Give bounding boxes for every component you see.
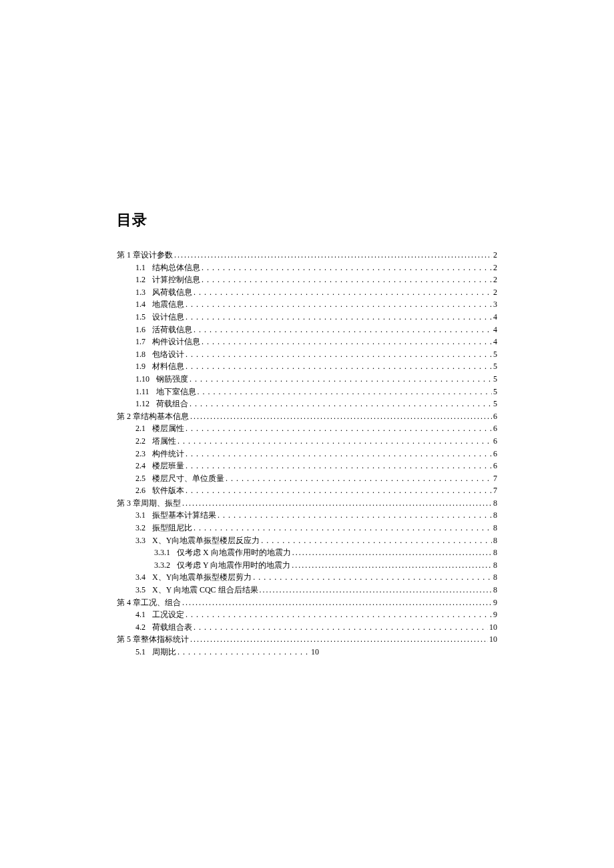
toc-label: 钢筋强度 — [156, 373, 188, 386]
toc-leader-dots — [192, 522, 492, 534]
toc-label: 楼层班量 — [152, 460, 184, 472]
toc-label: 构件设计信息 — [152, 336, 200, 348]
toc-leader-dots — [291, 546, 492, 559]
toc-number: 1.12 — [135, 398, 156, 410]
toc-entry: 第 1 章设计参数2 — [117, 249, 497, 262]
toc-page-number: 6 — [492, 460, 497, 472]
toc-number: 1.5 — [135, 311, 152, 324]
toc-entry: 3.1振型基本计算结果8 — [117, 509, 497, 522]
toc-entry: 3.5X、Y 向地震 CQC 组合后结果8 — [117, 584, 497, 596]
toc-page-number: 8 — [492, 584, 497, 596]
toc-label: 设计信息 — [152, 311, 184, 324]
toc-leader-dots — [184, 448, 492, 460]
toc-number: 1.9 — [135, 360, 152, 373]
toc-page-number: 10 — [310, 646, 319, 659]
toc-label: 振型阻尼比 — [152, 522, 192, 534]
toc-entry: 1.8包络设计5 — [117, 348, 497, 361]
toc-leader-dots — [196, 386, 492, 398]
toc-page-number: 8 — [492, 534, 497, 547]
toc-leader-dots — [189, 410, 492, 423]
toc-leader-dots — [216, 509, 492, 522]
toc-entry: 1.12荷载组合5 — [117, 398, 497, 410]
toc-page-number: 3 — [492, 298, 497, 311]
toc-label: 仅考虑 Y 向地震作用时的地震力 — [177, 559, 290, 572]
toc-label: 风荷载信息 — [152, 286, 192, 299]
toc-page-number: 4 — [492, 311, 497, 324]
toc-leader-dots — [184, 608, 492, 621]
toc-number: 3.3 — [135, 534, 152, 547]
toc-entry: 3.4X、Y向地震单振型楼层剪力8 — [117, 571, 497, 584]
toc-entry: 1.9材料信息5 — [117, 360, 497, 373]
toc-entry: 1.11地下室信息5 — [117, 386, 497, 398]
toc-page-number: 9 — [492, 596, 497, 609]
toc-label: 振型基本计算结果 — [152, 509, 216, 522]
toc-page-number: 8 — [492, 497, 497, 510]
toc-number: 1.1 — [135, 262, 152, 274]
toc-leader-dots — [173, 249, 492, 262]
toc-page-number: 7 — [492, 472, 497, 485]
toc-label: 结构总体信息 — [152, 262, 200, 274]
toc-label: 地震信息 — [152, 298, 184, 311]
toc-page-number: 10 — [488, 621, 497, 634]
toc-entry: 第 3 章周期、振型8 — [117, 497, 497, 510]
toc-page-number: 6 — [492, 435, 497, 448]
toc-entry: 1.5设计信息4 — [117, 311, 497, 324]
toc-page-number: 8 — [492, 559, 497, 572]
toc-entry: 1.10钢筋强度5 — [117, 373, 497, 386]
toc-number: 5.1 — [135, 646, 152, 659]
toc-page-number: 6 — [492, 448, 497, 460]
toc-label: 工况设定 — [152, 608, 184, 621]
toc-label: 工况、组合 — [141, 596, 181, 609]
toc-page-number: 8 — [492, 522, 497, 534]
toc-entry: 2.6软件版本7 — [117, 484, 497, 497]
toc-leader-dots — [181, 596, 492, 609]
toc-label: 材料信息 — [152, 360, 184, 373]
toc-leader-dots — [184, 422, 492, 435]
toc-entry: 2.2塔属性6 — [117, 435, 497, 448]
toc-leader-dots — [189, 633, 488, 646]
toc-number: 1.8 — [135, 348, 152, 361]
toc-label: 塔属性 — [152, 435, 176, 448]
toc-leader-dots — [192, 324, 492, 336]
toc-leader-dots — [188, 373, 492, 386]
toc-leader-dots — [200, 262, 492, 274]
toc-leader-dots — [184, 298, 492, 311]
toc-label: X、Y向地震单振型楼层剪力 — [152, 571, 252, 584]
toc-label: 设计参数 — [141, 249, 173, 262]
toc-label: 软件版本 — [152, 484, 184, 497]
toc-leader-dots — [176, 435, 492, 448]
toc-entry: 第 2 章结构基本信息6 — [117, 410, 497, 423]
toc-entry: 1.6活荷载信息4 — [117, 324, 497, 336]
toc-number: 3.2 — [135, 522, 152, 534]
toc-number: 第 3 章 — [117, 497, 141, 510]
toc-leader-dots — [181, 497, 492, 510]
toc-number: 第 1 章 — [117, 249, 141, 262]
toc-page-number: 4 — [492, 336, 497, 348]
toc-entry: 2.4楼层班量6 — [117, 460, 497, 472]
toc-leader-dots — [260, 534, 492, 547]
toc-entry: 4.2荷载组合表10 — [117, 621, 497, 634]
toc-leader-dots — [224, 472, 492, 485]
toc-leader-dots — [200, 336, 492, 348]
toc-entry: 第 4 章工况、组合9 — [117, 596, 497, 609]
toc-leader-dots — [184, 360, 492, 373]
toc-label: 楼层属性 — [152, 422, 184, 435]
toc-label: 整体指标统计 — [141, 633, 189, 646]
toc-number: 第 4 章 — [117, 596, 141, 609]
toc-number: 1.2 — [135, 274, 152, 286]
toc-label: 仅考虑 X 向地震作用时的地震力 — [177, 546, 291, 559]
toc-page-number: 6 — [492, 422, 497, 435]
toc-label: 计算控制信息 — [152, 274, 200, 286]
toc-page-number: 5 — [492, 398, 497, 410]
toc-number: 2.6 — [135, 484, 152, 497]
toc-entry: 1.2计算控制信息2 — [117, 274, 497, 286]
toc-label: 构件统计 — [152, 448, 184, 460]
table-of-contents: 第 1 章设计参数21.1结构总体信息21.2计算控制信息21.3风荷载信息21… — [117, 249, 497, 646]
toc-label: 地下室信息 — [156, 386, 196, 398]
toc-number: 3.1 — [135, 509, 152, 522]
toc-number: 1.7 — [135, 336, 152, 348]
toc-number: 3.3.2 — [154, 559, 177, 572]
toc-leader-dots — [184, 484, 492, 497]
toc-entry: 2.3构件统计6 — [117, 448, 497, 460]
toc-page-number: 5 — [492, 373, 497, 386]
